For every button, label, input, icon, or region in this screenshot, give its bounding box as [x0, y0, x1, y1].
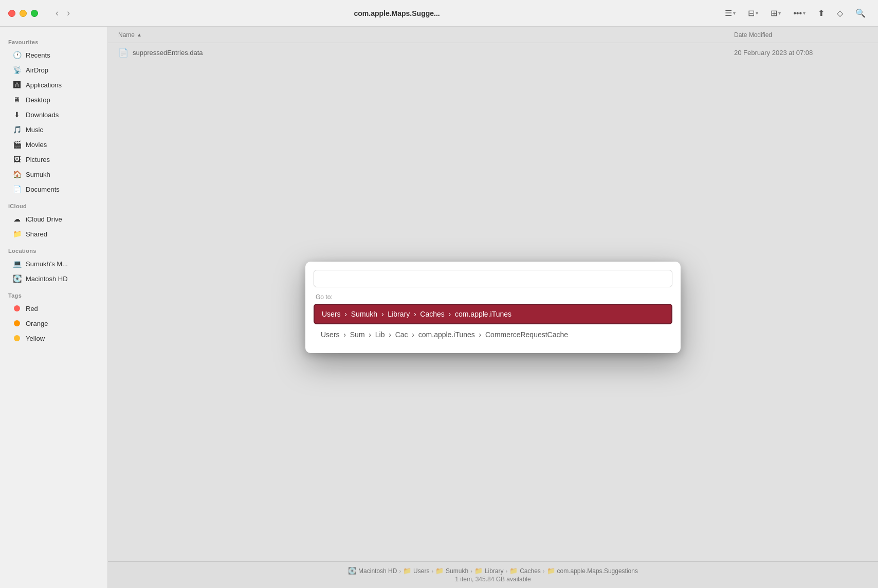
dialog-overlay: Go to: Users › Sumukh › Library › Caches… [108, 27, 878, 588]
tag-yellow-label: Yellow [26, 335, 45, 342]
search-button[interactable]: 🔍 [851, 6, 870, 20]
sidebar-item-desktop[interactable]: 🖥 Desktop [4, 93, 103, 107]
applications-icon: 🅰 [12, 80, 22, 89]
icloud-drive-icon: ☁ [12, 214, 22, 224]
icloud-drive-label: iCloud Drive [26, 215, 62, 223]
desktop-label: Desktop [26, 96, 50, 104]
more-options-icon: ••• [793, 9, 802, 18]
macintosh-hd-icon: 💽 [12, 274, 22, 283]
red-dot [14, 305, 20, 311]
tag-orange-label: Orange [26, 320, 48, 327]
back-button[interactable]: ‹ [52, 6, 62, 21]
share-button[interactable]: ⬆ [814, 6, 829, 20]
title-bar: ‹ › com.apple.Maps.Sugge... ☰ ▾ ⊟ ▾ ⊞ ▾ … [0, 0, 878, 27]
column-view-button[interactable]: ⊟ ▾ [744, 6, 762, 20]
share-icon: ⬆ [818, 8, 825, 18]
list-view-icon: ☰ [725, 8, 732, 18]
sidebar-item-tag-orange[interactable]: Orange [4, 316, 103, 330]
sidebar-item-documents[interactable]: 📄 Documents [4, 182, 103, 196]
forward-button[interactable]: › [64, 6, 73, 21]
sumukhs-mac-label: Sumukh's M... [26, 260, 68, 268]
sumukh-label: Sumukh [26, 171, 50, 178]
gallery-view-icon: ⊞ [771, 8, 777, 18]
tags-label: Tags [0, 286, 107, 301]
favourites-label: Favourites [0, 33, 107, 47]
suggestion-2-path: Users › Sum › Lib › Cac › com.apple.iTun… [321, 330, 568, 339]
recents-label: Recents [26, 51, 50, 59]
goto-search-input[interactable] [314, 270, 672, 287]
music-icon: 🎵 [12, 125, 22, 134]
goto-suggestion-2[interactable]: Users › Sum › Lib › Cac › com.apple.iTun… [314, 326, 672, 343]
documents-label: Documents [26, 186, 60, 193]
shared-label: Shared [26, 230, 47, 238]
gallery-view-button[interactable]: ⊞ ▾ [766, 6, 785, 20]
music-label: Music [26, 126, 43, 134]
sidebar-item-sumukhs-mac[interactable]: 💻 Sumukh's M... [4, 256, 103, 271]
movies-label: Movies [26, 141, 47, 149]
sumukhs-mac-icon: 💻 [12, 259, 22, 268]
toolbar-icons: ☰ ▾ ⊟ ▾ ⊞ ▾ ••• ▾ ⬆ ◇ 🔍 [721, 6, 870, 20]
list-view-button[interactable]: ☰ ▾ [721, 6, 740, 20]
icloud-label: iCloud [0, 197, 107, 211]
sidebar-item-music[interactable]: 🎵 Music [4, 122, 103, 137]
tag-icon: ◇ [837, 8, 843, 18]
maximize-button[interactable] [31, 10, 38, 17]
sidebar-item-recents[interactable]: 🕐 Recents [4, 48, 103, 62]
sidebar: Favourites 🕐 Recents 📡 AirDrop 🅰 Applica… [0, 27, 108, 588]
documents-icon: 📄 [12, 185, 22, 194]
sidebar-item-tag-red[interactable]: Red [4, 301, 103, 316]
downloads-icon: ⬇ [12, 110, 22, 119]
desktop-icon: 🖥 [12, 95, 22, 104]
more-options-chevron: ▾ [803, 10, 806, 16]
yellow-dot [14, 335, 20, 341]
goto-dialog: Go to: Users › Sumukh › Library › Caches… [305, 262, 681, 353]
goto-label: Go to: [314, 293, 672, 301]
minimize-button[interactable] [20, 10, 27, 17]
close-button[interactable] [8, 10, 15, 17]
search-icon: 🔍 [855, 8, 866, 18]
locations-label: Locations [0, 242, 107, 256]
recents-icon: 🕐 [12, 50, 22, 60]
sidebar-item-icloud-drive[interactable]: ☁ iCloud Drive [4, 212, 103, 226]
sidebar-item-pictures[interactable]: 🖼 Pictures [4, 152, 103, 167]
column-view-chevron: ▾ [756, 10, 758, 16]
sidebar-item-airdrop[interactable]: 📡 AirDrop [4, 63, 103, 77]
pictures-icon: 🖼 [12, 155, 22, 164]
sidebar-item-downloads[interactable]: ⬇ Downloads [4, 107, 103, 122]
column-view-icon: ⊟ [748, 8, 755, 18]
tag-yellow-icon [12, 334, 22, 343]
sidebar-item-macintosh-hd[interactable]: 💽 Macintosh HD [4, 271, 103, 286]
tag-red-icon [12, 304, 22, 313]
downloads-label: Downloads [26, 111, 59, 119]
orange-dot [14, 320, 20, 326]
airdrop-label: AirDrop [26, 66, 48, 74]
content-area: Name ▲ Date Modified 📄 suppressedEntries… [108, 27, 878, 588]
traffic-lights [8, 10, 38, 17]
suggestion-1-path: Users › Sumukh › Library › Caches › com.… [322, 310, 511, 318]
list-view-chevron: ▾ [733, 10, 736, 16]
tag-orange-icon [12, 319, 22, 328]
gallery-view-chevron: ▾ [778, 10, 781, 16]
macintosh-hd-label: Macintosh HD [26, 275, 68, 283]
window-title: com.apple.Maps.Sugge... [79, 9, 715, 17]
sidebar-item-applications[interactable]: 🅰 Applications [4, 78, 103, 92]
applications-label: Applications [26, 81, 62, 89]
sidebar-item-sumukh[interactable]: 🏠 Sumukh [4, 167, 103, 181]
movies-icon: 🎬 [12, 140, 22, 149]
pictures-label: Pictures [26, 156, 50, 163]
sidebar-item-shared[interactable]: 📁 Shared [4, 227, 103, 241]
airdrop-icon: 📡 [12, 65, 22, 75]
tag-button[interactable]: ◇ [833, 6, 847, 20]
sidebar-item-movies[interactable]: 🎬 Movies [4, 137, 103, 152]
main-layout: Favourites 🕐 Recents 📡 AirDrop 🅰 Applica… [0, 27, 878, 588]
sumukh-icon: 🏠 [12, 170, 22, 179]
shared-icon: 📁 [12, 229, 22, 238]
nav-buttons: ‹ › [52, 6, 73, 21]
sidebar-item-tag-yellow[interactable]: Yellow [4, 331, 103, 345]
goto-suggestion-1[interactable]: Users › Sumukh › Library › Caches › com.… [314, 304, 672, 324]
tag-red-label: Red [26, 305, 38, 313]
more-options-button[interactable]: ••• ▾ [789, 7, 810, 20]
